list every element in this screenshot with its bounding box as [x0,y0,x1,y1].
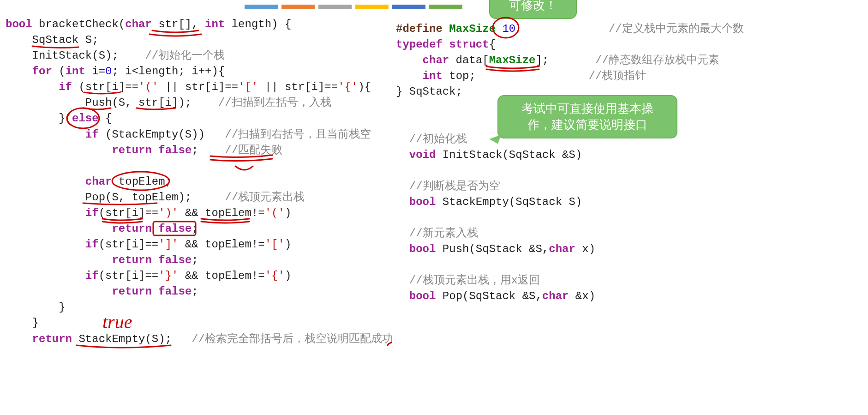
t: Push(SqStack &S, [436,243,549,255]
t: bracketCheck( [32,18,126,30]
t: } [6,317,39,329]
t: bool [409,196,436,208]
tab-1 [245,5,278,9]
t: ]; [535,54,549,66]
t: '[' [265,238,285,251]
t: if [59,81,72,93]
t [6,333,32,345]
t [152,254,158,266]
t: bool [409,290,436,302]
t: { [99,112,112,125]
t: (str[i]== [72,81,138,93]
t: InitStack(SqStack &S) [436,149,582,161]
t: ; [192,223,198,235]
tab-4 [355,5,389,9]
t: int [66,65,85,78]
t: char [542,290,569,302]
t: false [158,144,192,156]
t: //初始化栈 [409,133,467,145]
t: MaxSize [489,54,536,66]
t: '(' [138,81,158,93]
t: //扫描到左括号，入栈 [218,96,331,109]
t: bool [409,243,436,255]
t: i= [85,65,105,78]
t: || str[i]== [158,81,238,93]
t [443,38,449,51]
t: ){ [358,81,371,93]
t: '{' [265,270,285,282]
t: //扫描到右括号，且当前栈空 [225,128,371,141]
t: //栈顶指针 [589,70,647,82]
t: data[ [449,54,489,66]
t: &x) [569,290,595,302]
t: Pop(SqStack &S, [436,290,542,302]
t: //新元素入栈 [409,227,478,240]
t: ']' [158,238,178,251]
t: int [423,70,443,82]
t: length) { [225,18,291,30]
t: && topElem!= [178,207,264,219]
t: (StackEmpty(S)) [99,128,225,141]
t: //检索完全部括号后，栈空说明匹配成功 [192,333,393,345]
t: ; [192,285,198,298]
t: //定义栈中元素的最大个数 [609,23,744,35]
t [496,23,502,35]
t: '}' [158,270,178,282]
t: } [6,301,66,313]
t: false [158,223,192,235]
t: return [112,223,151,235]
t: Push(S, str[i]); [6,96,218,109]
t: //初始化一个栈 [145,49,225,62]
t: ) [285,238,291,251]
t: return [112,254,151,266]
t: typedef [396,38,443,51]
t: ( [52,65,66,78]
t: ; [192,254,198,266]
t: '(' [265,207,285,219]
t: return [112,285,151,298]
t [152,285,158,298]
t: '[' [238,81,258,93]
tab-6 [429,5,462,9]
slide: 可修改！ 考试中可直接使用基本操 作，建议简要说明接口 true bool br… [0,0,868,415]
t: struct [449,38,489,51]
t: ; i<length; i++){ [112,65,225,78]
t: { [489,38,496,51]
t: //栈顶元素出栈 [225,191,305,204]
tab-2 [281,5,315,9]
callout-top: 可修改！ [489,0,577,19]
t [6,81,59,93]
tab-5 [392,5,425,9]
t [6,285,112,298]
t: Pop(S, topElem); [6,191,225,204]
t: } SqStack; [396,85,462,98]
t: } [6,112,72,125]
t: for [32,65,52,78]
t: 10 [502,23,515,35]
tab-3 [318,5,352,9]
t: && topElem!= [178,270,264,282]
t: char [125,18,152,30]
t [6,144,112,156]
section-color-tabs [245,5,462,9]
t: if [85,207,99,219]
t: else [72,112,99,125]
t [6,175,85,188]
t: //匹配失败 [225,144,282,156]
code-left: bool bracketCheck(char str[], int length… [6,17,393,347]
t: int [205,18,225,30]
t [396,70,423,82]
t: ) [285,270,291,282]
t: ; [192,144,225,156]
t: || str[i]== [258,81,338,93]
code-right: #define MaxSize 10 //定义栈中元素的最大个数 typedef… [396,21,744,304]
t [6,207,85,219]
t [6,238,85,251]
t [396,54,423,66]
t: char [549,243,575,255]
t: ')' [158,207,178,219]
t: InitStack(S); [6,49,145,62]
t [6,270,85,282]
t: if [85,270,99,282]
t [6,65,32,78]
